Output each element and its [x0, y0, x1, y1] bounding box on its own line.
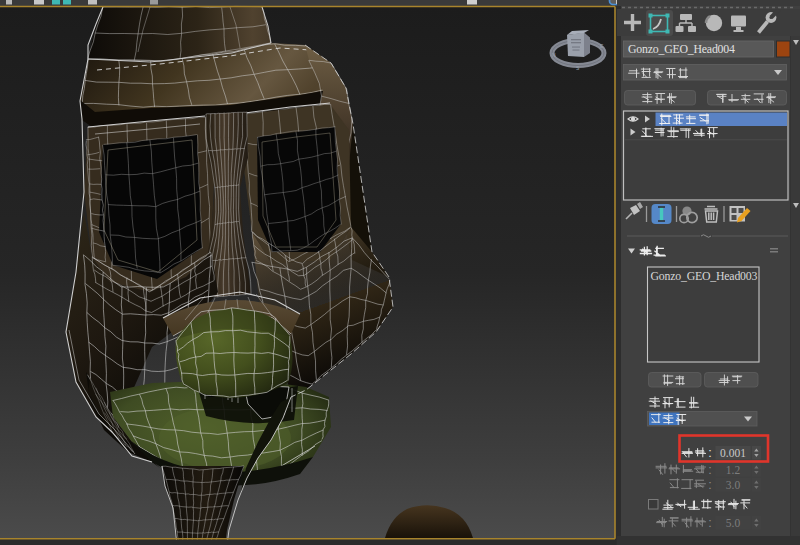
svg-text:5.0: 5.0 — [726, 517, 741, 529]
svg-text:Gonzo_GEO_Head003: Gonzo_GEO_Head003 — [651, 269, 758, 283]
svg-text:3.0: 3.0 — [726, 479, 741, 491]
svg-text::: : — [708, 478, 711, 492]
svg-text:Gonzo_GEO_Head004: Gonzo_GEO_Head004 — [628, 42, 735, 56]
svg-text:0.001: 0.001 — [720, 447, 746, 459]
svg-text:N: N — [552, 52, 556, 58]
svg-text::: : — [708, 463, 711, 477]
svg-text::: : — [708, 446, 711, 460]
svg-text:1.2: 1.2 — [726, 464, 741, 476]
svg-text::: : — [708, 516, 711, 530]
